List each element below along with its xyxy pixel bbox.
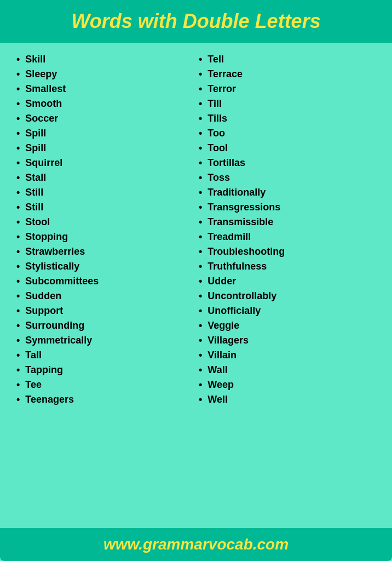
word-text: Sleepy (25, 68, 57, 80)
bullet-icon: • (16, 320, 20, 331)
bullet-icon: • (16, 113, 20, 124)
bullet-icon: • (16, 216, 20, 228)
word-text: Udder (207, 276, 236, 287)
word-text: Spill (25, 142, 46, 154)
bullet-icon: • (16, 187, 20, 198)
word-text: Subcommittees (25, 276, 99, 287)
word-text: Transmissible (207, 216, 273, 228)
bullet-icon: • (16, 142, 20, 154)
list-item: •Unofficially (199, 305, 376, 317)
bullet-icon: • (16, 276, 20, 287)
list-item: •Stool (16, 216, 193, 228)
word-text: Treadmill (207, 231, 251, 243)
list-item: •Tortillas (199, 157, 376, 169)
list-item: •Tills (199, 113, 376, 124)
bullet-icon: • (16, 98, 20, 110)
list-item: •Support (16, 305, 193, 317)
list-item: •Tell (199, 54, 376, 65)
list-item: •Skill (16, 54, 193, 65)
list-item: •Spill (16, 142, 193, 154)
bullet-icon: • (199, 320, 202, 331)
list-item: •Udder (199, 276, 376, 287)
bullet-icon: • (16, 246, 20, 257)
footer: www.grammarvocab.com (0, 528, 392, 561)
word-text: Uncontrollably (207, 290, 276, 302)
right-column: •Tell•Terrace•Terror•Till•Tills•Too•Tool… (199, 54, 376, 523)
bullet-icon: • (16, 350, 20, 361)
word-text: Still (25, 187, 43, 198)
list-item: •Terrace (199, 68, 376, 80)
word-text: Stopping (25, 231, 68, 243)
bullet-icon: • (199, 261, 202, 272)
list-item: •Stopping (16, 231, 193, 243)
list-item: •Transgressions (199, 202, 376, 213)
bullet-icon: • (199, 305, 202, 317)
word-text: Villain (207, 350, 237, 361)
word-text: Terror (207, 83, 236, 95)
bullet-icon: • (16, 335, 20, 346)
word-text: Weep (207, 379, 234, 391)
list-item: •Symmetrically (16, 335, 193, 346)
bullet-icon: • (199, 187, 202, 198)
word-text: Still (25, 202, 43, 213)
list-item: •Toss (199, 172, 376, 184)
list-item: •Treadmill (199, 231, 376, 243)
word-text: Strawberries (25, 246, 85, 257)
content-area: •Skill•Sleepy•Smallest•Smooth•Soccer•Spi… (0, 43, 392, 528)
word-text: Stylistically (25, 261, 79, 272)
list-item: •Surrounding (16, 320, 193, 331)
list-item: •Subcommittees (16, 276, 193, 287)
list-item: •Squirrel (16, 157, 193, 169)
word-text: Wall (207, 364, 227, 376)
left-column: •Skill•Sleepy•Smallest•Smooth•Soccer•Spi… (16, 54, 193, 523)
bullet-icon: • (199, 142, 202, 154)
list-item: •Teenagers (16, 394, 193, 405)
list-item: •Sudden (16, 290, 193, 302)
word-text: Surrounding (25, 320, 84, 331)
word-text: Truthfulness (207, 261, 267, 272)
bullet-icon: • (199, 172, 202, 184)
word-text: Too (207, 128, 225, 139)
bullet-icon: • (199, 54, 202, 65)
word-text: Tills (207, 113, 227, 124)
word-text: Smooth (25, 98, 62, 110)
list-item: •Stylistically (16, 261, 193, 272)
word-text: Well (207, 394, 228, 405)
list-item: •Terror (199, 83, 376, 95)
bullet-icon: • (199, 335, 202, 346)
word-text: Tell (207, 54, 224, 65)
word-text: Veggie (207, 320, 239, 331)
list-item: •Veggie (199, 320, 376, 331)
word-text: Smallest (25, 83, 66, 95)
word-text: Squirrel (25, 157, 62, 169)
list-item: •Uncontrollably (199, 290, 376, 302)
list-item: •Still (16, 202, 193, 213)
bullet-icon: • (16, 157, 20, 169)
list-item: •Smallest (16, 83, 193, 95)
list-item: •Weep (199, 379, 376, 391)
word-text: Troubleshooting (207, 246, 285, 257)
word-text: Tapping (25, 364, 63, 376)
bullet-icon: • (16, 290, 20, 302)
list-item: •Truthfulness (199, 261, 376, 272)
list-item: •Wall (199, 364, 376, 376)
word-text: Tortillas (207, 157, 245, 169)
bullet-icon: • (16, 261, 20, 272)
word-text: Unofficially (207, 305, 261, 317)
list-item: •Till (199, 98, 376, 110)
word-text: Symmetrically (25, 335, 92, 346)
word-text: Terrace (207, 68, 243, 80)
word-text: Toss (207, 172, 230, 184)
word-text: Transgressions (207, 202, 280, 213)
bullet-icon: • (199, 276, 202, 287)
bullet-icon: • (199, 98, 202, 110)
list-item: •Strawberries (16, 246, 193, 257)
word-text: Till (207, 98, 222, 110)
list-item: •Sleepy (16, 68, 193, 80)
word-text: Tee (25, 379, 42, 391)
word-text: Support (25, 305, 63, 317)
word-text: Tall (25, 350, 42, 361)
footer-url: www.grammarvocab.com (103, 536, 289, 553)
bullet-icon: • (16, 83, 20, 95)
bullet-icon: • (199, 157, 202, 169)
